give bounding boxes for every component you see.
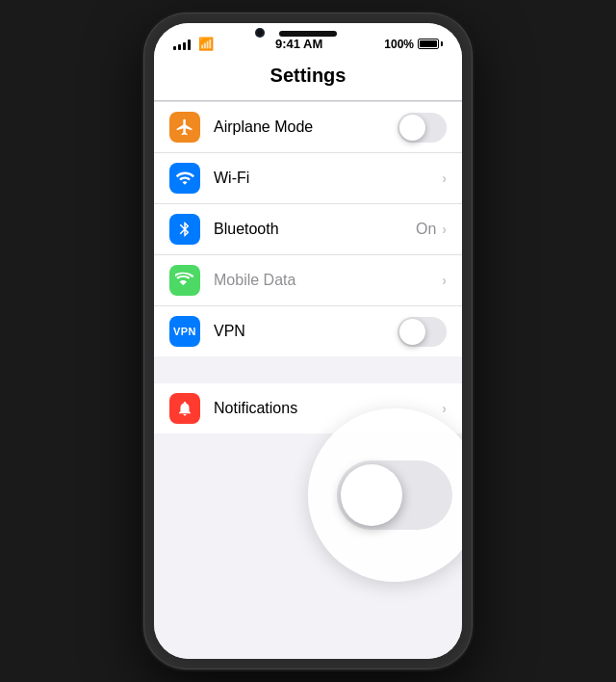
phone-screen: 📶 9:41 AM 100% Settings xyxy=(154,23,462,659)
wifi-status-icon: 📶 xyxy=(198,37,214,51)
mobile-data-label: Mobile Data xyxy=(214,272,442,289)
status-time: 9:41 AM xyxy=(275,37,322,51)
wifi-chevron: › xyxy=(442,170,447,186)
mobile-data-row[interactable]: Mobile Data › xyxy=(154,255,462,306)
vpn-row[interactable]: VPN VPN xyxy=(154,306,462,356)
section-divider xyxy=(154,356,462,383)
mobile-data-icon xyxy=(169,265,200,296)
bluetooth-label: Bluetooth xyxy=(214,221,416,238)
bluetooth-row[interactable]: Bluetooth On › xyxy=(154,204,462,255)
airplane-mode-row[interactable]: Airplane Mode xyxy=(154,101,462,153)
bluetooth-chevron: › xyxy=(442,222,447,237)
notifications-chevron: › xyxy=(442,401,447,416)
battery-icon xyxy=(418,39,443,49)
notifications-icon xyxy=(169,393,200,424)
battery-percentage: 100% xyxy=(384,38,414,51)
wifi-icon xyxy=(169,163,200,194)
speaker-grille xyxy=(279,31,337,37)
status-bar: 📶 9:41 AM 100% xyxy=(154,23,462,59)
airplane-mode-icon xyxy=(169,112,200,143)
magnified-toggle[interactable] xyxy=(337,460,452,530)
page-title: Settings xyxy=(154,59,462,101)
vpn-icon: VPN xyxy=(169,316,200,347)
bluetooth-value: On xyxy=(416,221,436,238)
phone-frame: 📶 9:41 AM 100% Settings xyxy=(144,13,472,669)
mobile-data-chevron: › xyxy=(442,273,447,288)
status-left: 📶 xyxy=(173,37,214,51)
signal-icon xyxy=(173,39,191,50)
airplane-mode-toggle[interactable] xyxy=(398,113,447,143)
wifi-label: Wi-Fi xyxy=(214,170,442,187)
airplane-mode-label: Airplane Mode xyxy=(214,118,398,136)
connectivity-section: Airplane Mode Wi-Fi › xyxy=(154,101,462,356)
bluetooth-icon xyxy=(169,214,200,245)
front-camera xyxy=(255,28,265,38)
vpn-label: VPN xyxy=(214,323,398,340)
wifi-row[interactable]: Wi-Fi › xyxy=(154,153,462,204)
vpn-toggle[interactable] xyxy=(398,317,447,347)
magnified-toggle-knob xyxy=(341,464,402,526)
status-right: 100% xyxy=(384,38,443,51)
